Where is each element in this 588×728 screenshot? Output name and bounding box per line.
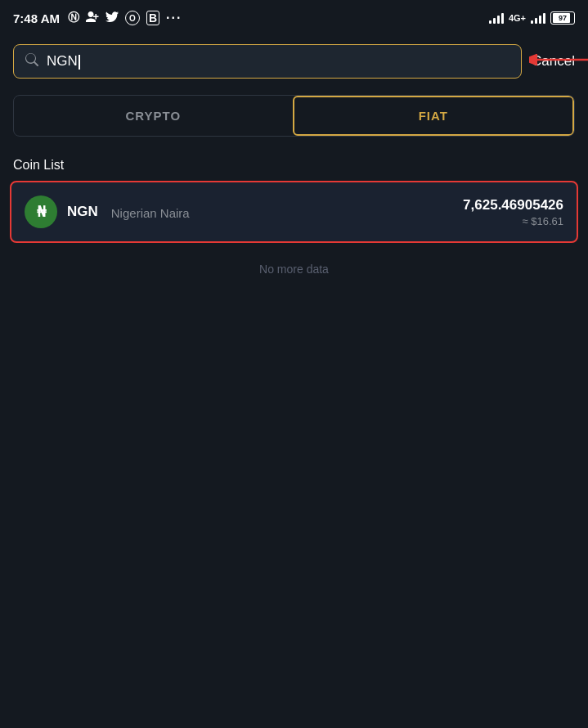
- tab-crypto[interactable]: CRYPTO: [14, 96, 293, 136]
- tab-fiat[interactable]: FIAT: [293, 96, 575, 136]
- coin-name-wrapper: NGN Nigerian Naira: [67, 204, 190, 220]
- cancel-button[interactable]: Cancel: [532, 53, 575, 70]
- search-value: NGN: [47, 53, 80, 70]
- battery-indicator: 97: [550, 11, 575, 25]
- text-cursor: [79, 55, 80, 70]
- status-bar: 7:48 AM Ⓝ O B ···: [0, 0, 588, 36]
- coin-logo-ngn: ₦: [25, 195, 57, 228]
- add-user-icon: [86, 11, 99, 25]
- battery-level: 97: [551, 14, 574, 22]
- more-apps-icon: ···: [166, 11, 182, 25]
- tabs-container: CRYPTO FIAT: [13, 95, 575, 137]
- coin-ticker: NGN: [67, 204, 98, 220]
- status-time: 7:48 AM: [13, 11, 60, 25]
- coin-logo-symbol: ₦: [37, 203, 46, 221]
- opera-icon: O: [125, 11, 140, 25]
- facebook-icon: Ⓝ: [68, 11, 79, 25]
- coin-usd-equiv: ≈ $16.61: [463, 215, 563, 227]
- twitter-icon: [105, 11, 119, 25]
- signal-bars-1: [489, 12, 504, 24]
- network-label: 4G+: [509, 13, 526, 23]
- search-icon: [25, 53, 38, 70]
- coin-balance: 7,625.46905426: [463, 197, 563, 213]
- signal-bars-2: [531, 12, 545, 24]
- coin-fullname: Nigerian Naira: [111, 206, 190, 220]
- search-bar-container: NGN Cancel: [0, 36, 588, 87]
- search-input-wrapper[interactable]: NGN: [13, 44, 522, 79]
- coin-list-label: Coin List: [0, 145, 588, 181]
- coin-left: ₦ NGN Nigerian Naira: [25, 195, 190, 228]
- brave-icon: B: [146, 11, 159, 25]
- coin-list: ₦ NGN Nigerian Naira 7,625.46905426 ≈ $1…: [0, 181, 588, 243]
- status-right: 4G+ 97: [489, 11, 575, 25]
- no-more-data-label: No more data: [0, 243, 588, 295]
- coin-right: 7,625.46905426 ≈ $16.61: [463, 197, 563, 227]
- coin-item-ngn[interactable]: ₦ NGN Nigerian Naira 7,625.46905426 ≈ $1…: [10, 181, 578, 243]
